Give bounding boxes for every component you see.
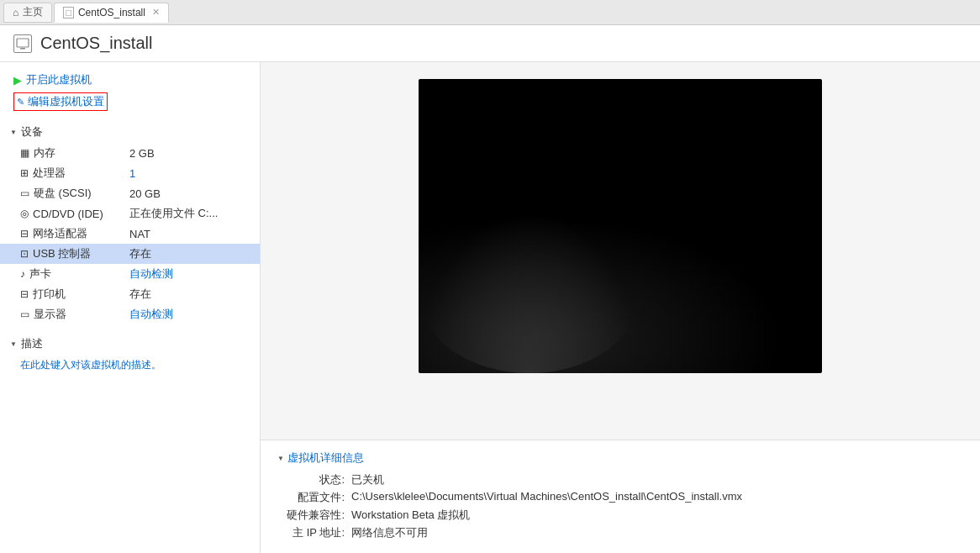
device-row-cdrom[interactable]: ◎ CD/DVD (IDE) 正在使用文件 C:... xyxy=(0,203,260,224)
page-title: CentOS_install xyxy=(40,34,152,53)
vm-detail-config-row: 配置文件: C:\Users\klelee\Documents\Virtual … xyxy=(277,490,963,505)
cdrom-label: CD/DVD (IDE) xyxy=(33,208,103,220)
usb-icon: ⊡ xyxy=(20,248,29,260)
cpu-label: 处理器 xyxy=(33,166,66,181)
device-row-printer[interactable]: ⊟ 打印机 存在 xyxy=(0,284,260,304)
network-icon: ⊟ xyxy=(20,228,29,240)
vm-detail-ip-value: 网络信息不可用 xyxy=(351,525,428,540)
printer-value: 存在 xyxy=(129,287,246,302)
network-value: NAT xyxy=(129,228,246,240)
action-links: ▶ 开启此虚拟机 ✎ 编辑虚拟机设置 xyxy=(0,69,260,119)
usb-value: 存在 xyxy=(129,246,246,261)
vm-detail-config-label: 配置文件: xyxy=(277,490,345,505)
display-value: 自动检测 xyxy=(129,307,246,322)
svg-rect-1 xyxy=(20,48,25,50)
device-row-display[interactable]: ▭ 显示器 自动检测 xyxy=(0,304,260,324)
cdrom-icon: ◎ xyxy=(20,208,29,219)
audio-value: 自动检测 xyxy=(129,266,246,282)
description-section: ▼ 描述 在此处键入对该虚拟机的描述。 xyxy=(0,324,260,379)
printer-label: 打印机 xyxy=(33,287,66,302)
memory-icon: ▦ xyxy=(20,147,29,159)
disk-icon: ▭ xyxy=(20,187,29,199)
edit-icon: ✎ xyxy=(17,97,24,107)
main-area: CentOS_install ▶ 开启此虚拟机 ✎ 编辑虚拟机设置 xyxy=(0,25,980,553)
device-row-disk[interactable]: ▭ 硬盘 (SCSI) 20 GB xyxy=(0,183,260,203)
vm-detail-ip-label: 主 IP 地址: xyxy=(277,525,345,540)
tab-centos-close[interactable]: ✕ xyxy=(152,7,160,18)
vm-details-title[interactable]: ▼ 虚拟机详细信息 xyxy=(277,450,963,466)
tab-centos[interactable]: □ CentOS_install ✕ xyxy=(54,3,169,23)
svg-rect-0 xyxy=(17,39,29,47)
audio-label: 声卡 xyxy=(29,266,51,282)
devices-section-header[interactable]: ▼ 设备 xyxy=(0,119,260,143)
content-layout: ▶ 开启此虚拟机 ✎ 编辑虚拟机设置 ▼ 设备 xyxy=(0,62,980,553)
play-icon: ▶ xyxy=(13,74,22,87)
vm-detail-compat-label: 硬件兼容性: xyxy=(277,508,345,523)
edit-vm-link[interactable]: ✎ 编辑虚拟机设置 xyxy=(13,91,246,113)
desc-label: 描述 xyxy=(21,336,43,351)
edit-vm-label: 编辑虚拟机设置 xyxy=(28,95,104,108)
page-title-bar: CentOS_install xyxy=(0,25,980,62)
display-icon: ▭ xyxy=(20,308,29,320)
vm-detail-status-value: 已关机 xyxy=(351,472,384,487)
network-label: 网络适配器 xyxy=(33,226,87,241)
printer-icon: ⊟ xyxy=(20,288,29,300)
cpu-icon: ⊞ xyxy=(20,167,29,179)
device-row-network[interactable]: ⊟ 网络适配器 NAT xyxy=(0,224,260,244)
tab-home[interactable]: ⌂ 主页 xyxy=(3,3,52,23)
tab-home-label: 主页 xyxy=(23,5,43,19)
device-row-memory[interactable]: ▦ 内存 2 GB xyxy=(0,143,260,163)
vm-detail-config-value: C:\Users\klelee\Documents\Virtual Machin… xyxy=(351,490,742,503)
cdrom-value: 正在使用文件 C:... xyxy=(129,206,246,221)
device-table: ▦ 内存 2 GB ⊞ 处理器 1 ▭ 硬盘 xyxy=(0,143,260,324)
screen-gradient xyxy=(419,212,640,374)
vm-detail-ip-row: 主 IP 地址: 网络信息不可用 xyxy=(277,525,963,540)
start-vm-link[interactable]: ▶ 开启此虚拟机 xyxy=(13,71,246,89)
device-row-usb[interactable]: ⊡ USB 控制器 存在 xyxy=(0,244,260,264)
cpu-value: 1 xyxy=(129,167,246,180)
memory-value: 2 GB xyxy=(129,147,246,160)
usb-label: USB 控制器 xyxy=(33,246,91,261)
vm-detail-status-label: 状态: xyxy=(277,472,345,487)
desc-section-header[interactable]: ▼ 描述 xyxy=(10,331,246,355)
vm-details-label: 虚拟机详细信息 xyxy=(287,450,364,466)
devices-label: 设备 xyxy=(21,124,43,140)
triangle-details: ▼ xyxy=(277,455,284,462)
audio-icon: ♪ xyxy=(20,268,25,280)
devices-triangle: ▼ xyxy=(10,129,17,136)
home-icon: ⌂ xyxy=(13,7,18,18)
device-row-audio[interactable]: ♪ 声卡 自动检测 xyxy=(0,264,260,284)
tab-bar: ⌂ 主页 □ CentOS_install ✕ xyxy=(0,0,980,25)
vm-detail-compat-row: 硬件兼容性: Workstation Beta 虚拟机 xyxy=(277,508,963,523)
disk-label: 硬盘 (SCSI) xyxy=(34,186,92,201)
left-panel: ▶ 开启此虚拟机 ✎ 编辑虚拟机设置 ▼ 设备 xyxy=(0,62,261,553)
vm-detail-status-row: 状态: 已关机 xyxy=(277,472,963,487)
tab-centos-label: CentOS_install xyxy=(78,7,145,18)
display-label: 显示器 xyxy=(34,307,66,322)
vm-screen[interactable] xyxy=(419,79,822,373)
desc-triangle: ▼ xyxy=(10,340,17,348)
start-vm-label: 开启此虚拟机 xyxy=(26,72,92,87)
vm-details-panel: ▼ 虚拟机详细信息 状态: 已关机 配置文件: C:\Users\klelee\… xyxy=(261,440,980,553)
vm-title-icon xyxy=(13,34,32,53)
right-panel: ▼ 虚拟机详细信息 状态: 已关机 配置文件: C:\Users\klelee\… xyxy=(261,62,980,553)
desc-placeholder[interactable]: 在此处键入对该虚拟机的描述。 xyxy=(10,358,246,372)
vm-preview[interactable] xyxy=(261,62,980,440)
disk-value: 20 GB xyxy=(129,187,246,200)
edit-link-box: ✎ 编辑虚拟机设置 xyxy=(13,92,108,111)
memory-label: 内存 xyxy=(34,145,55,161)
vm-detail-compat-value: Workstation Beta 虚拟机 xyxy=(351,508,470,523)
vm-tab-icon: □ xyxy=(63,7,74,18)
device-row-cpu[interactable]: ⊞ 处理器 1 xyxy=(0,163,260,183)
